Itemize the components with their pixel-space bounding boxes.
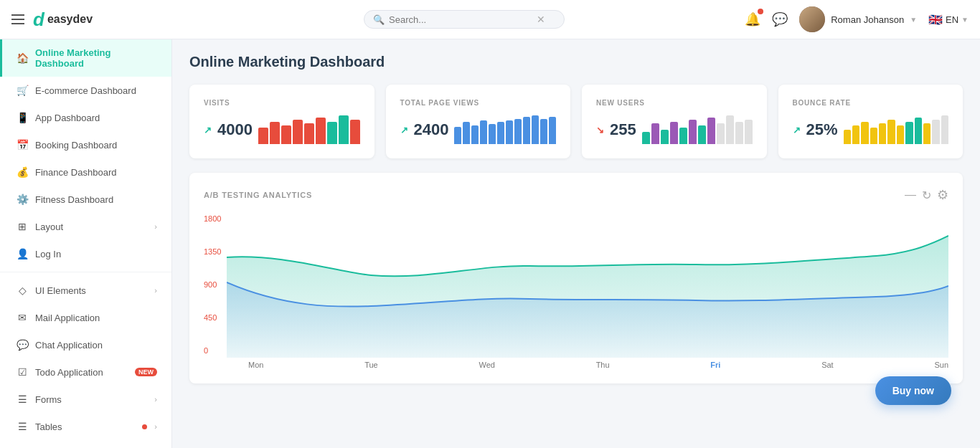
sidebar-label: UI Elements — [35, 285, 147, 296]
mini-chart-newusers — [642, 115, 753, 144]
sidebar-label: Chat Application — [35, 340, 157, 351]
ecommerce-icon: 🛒 — [17, 85, 28, 96]
stat-label-bouncerate: BOUNCE RATE — [793, 99, 949, 107]
lang-chevron-icon: ▼ — [961, 16, 969, 24]
bar — [745, 120, 753, 144]
sidebar-item-layout[interactable]: ⊞ Layout › — [0, 213, 171, 240]
bar — [514, 119, 522, 144]
sidebar-label: Booking Dashboard — [35, 140, 157, 151]
trend-arrow-up: ↗ — [204, 125, 212, 135]
sidebar-item-app-dashboard[interactable]: 📱 App Dashboard — [0, 104, 171, 131]
filter-icon[interactable]: ⚙ — [937, 187, 948, 203]
refresh-icon[interactable]: ↻ — [922, 189, 931, 202]
sidebar-label: Online Marketing Dashboard — [35, 47, 157, 69]
sidebar-item-login[interactable]: 👤 Log In — [0, 240, 171, 267]
language-selector[interactable]: 🇬🇧 EN ▼ — [928, 13, 969, 27]
bar — [350, 120, 360, 144]
bar — [339, 115, 349, 144]
stat-value-bouncerate: 25% — [806, 120, 838, 139]
sidebar-item-finance[interactable]: 💰 Finance Dashboard — [0, 158, 171, 186]
stat-trend-visits: ↗ — [204, 125, 212, 135]
analytics-title: A/B TESTING ANALYTICS — [204, 191, 312, 199]
bar — [932, 120, 939, 144]
user-section[interactable]: Roman Johanson ▼ — [799, 6, 917, 32]
logo[interactable]: d easydev — [33, 9, 93, 31]
y-label-1350: 1350 — [204, 247, 227, 256]
sidebar-label: Forms — [35, 394, 147, 405]
new-badge: NEW — [135, 368, 157, 376]
sidebar-item-booking[interactable]: 📅 Booking Dashboard — [0, 131, 171, 158]
buy-now-button[interactable]: Buy now — [875, 376, 951, 405]
bar — [707, 118, 715, 144]
sidebar-label: Log In — [35, 249, 157, 259]
header-right: 🔔 💬 Roman Johanson ▼ 🇬🇧 EN ▼ — [745, 6, 969, 32]
bar — [661, 130, 669, 144]
bar — [497, 122, 504, 144]
sidebar-item-fitness[interactable]: ⚙️ Fitness Dashboard — [0, 186, 171, 213]
user-chevron-icon: ▼ — [910, 16, 917, 24]
sidebar-label: Finance Dashboard — [35, 167, 157, 178]
logo-text: easydev — [47, 13, 93, 26]
x-label-sun: Sun — [934, 361, 948, 369]
bar — [735, 122, 743, 144]
bar — [726, 115, 734, 144]
sidebar-item-tables[interactable]: ☰ Tables › — [0, 413, 171, 440]
bar — [844, 130, 851, 144]
stat-trend-pageviews: ↗ — [400, 125, 408, 135]
bar — [523, 117, 530, 144]
bar — [281, 125, 291, 144]
sidebar-item-ui-elements[interactable]: ◇ UI Elements › — [0, 277, 171, 304]
sidebar: 🏠 Online Marketing Dashboard 🛒 E-commerc… — [0, 39, 172, 448]
sidebar-item-online-marketing[interactable]: 🏠 Online Marketing Dashboard — [0, 39, 171, 77]
x-label-mon: Mon — [248, 361, 263, 369]
header: d easydev 🔍 ✕ 🔔 💬 Roman Johanson ▼ 🇬🇧 EN… — [0, 0, 980, 39]
booking-icon: 📅 — [17, 139, 28, 151]
fitness-icon: ⚙️ — [17, 194, 28, 205]
x-label-thu: Thu — [596, 361, 610, 369]
minimize-icon[interactable]: — — [905, 189, 916, 201]
search-icon: 🔍 — [373, 14, 385, 25]
sidebar-item-ecommerce[interactable]: 🛒 E-commerce Dashboard — [0, 77, 171, 104]
sidebar-item-forms[interactable]: ☰ Forms › — [0, 386, 171, 413]
x-label-tue: Tue — [364, 361, 378, 369]
tables-dot — [142, 424, 147, 429]
sidebar-item-chat[interactable]: 💬 Chat Application — [0, 331, 171, 358]
mini-chart-visits — [258, 115, 360, 144]
bar — [698, 125, 706, 144]
stat-card-bouncerate: BOUNCE RATE ↗ 25% — [778, 85, 963, 158]
trend-arrow-down: ↘ — [596, 125, 604, 135]
messages-icon[interactable]: 💬 — [772, 11, 788, 27]
stat-trend-bouncerate: ↗ — [793, 125, 801, 135]
trend-arrow-up: ↗ — [793, 125, 801, 135]
forms-icon: ☰ — [17, 394, 28, 405]
analytics-header: A/B TESTING ANALYTICS — ↻ ⚙ — [204, 187, 948, 203]
notification-icon[interactable]: 🔔 — [745, 11, 760, 27]
bar — [887, 120, 895, 144]
chat-icon: 💬 — [17, 339, 28, 351]
tables-icon: ☰ — [17, 421, 28, 432]
bar — [923, 123, 930, 144]
stat-value-pageviews: 2400 — [414, 120, 449, 139]
mini-chart-pageviews — [454, 115, 556, 144]
bar — [870, 128, 877, 144]
sidebar-item-todo[interactable]: ☑ Todo Application NEW — [0, 358, 171, 386]
search-input[interactable] — [389, 14, 532, 25]
search-box[interactable]: 🔍 ✕ — [364, 10, 565, 29]
bar — [689, 120, 697, 144]
sidebar-label: Layout — [35, 221, 147, 232]
stat-label-newusers: NEW USERS — [596, 99, 753, 107]
chart-area: Mon Tue Wed Thu Fri Sat Sun — [227, 214, 948, 369]
sidebar-item-mail[interactable]: ✉ Mail Application — [0, 304, 171, 331]
sidebar-label: Fitness Dashboard — [35, 194, 157, 205]
layout-arrow-icon: › — [154, 222, 157, 231]
stat-bottom-bouncerate: ↗ 25% — [793, 115, 949, 144]
bar — [549, 117, 556, 144]
stat-bottom-pageviews: ↗ 2400 — [400, 115, 557, 144]
app-icon: 📱 — [17, 112, 28, 123]
bar — [879, 123, 886, 144]
hamburger-menu[interactable] — [11, 14, 24, 24]
analytics-actions: — ↻ ⚙ — [905, 187, 948, 203]
sidebar-label: Mail Application — [35, 313, 157, 323]
search-clear-icon[interactable]: ✕ — [537, 14, 545, 25]
ui-elements-icon: ◇ — [17, 285, 28, 296]
